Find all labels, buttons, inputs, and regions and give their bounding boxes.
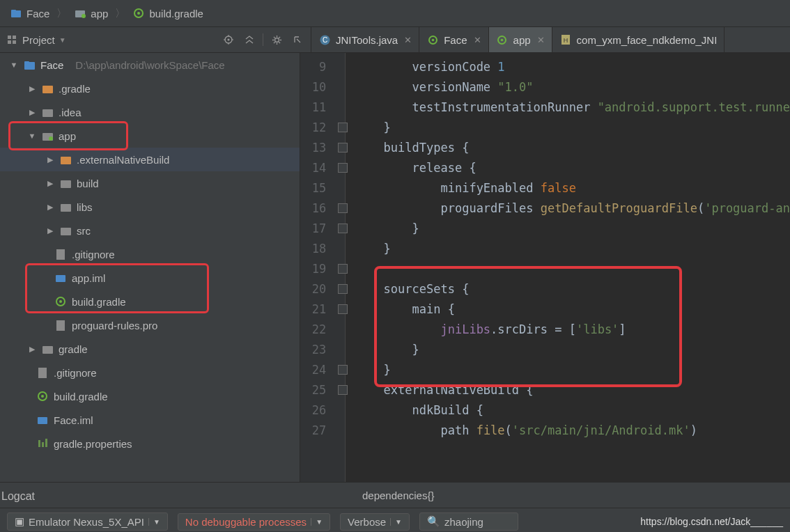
tree-label: proguard-rules.pro bbox=[72, 320, 157, 331]
tab-header-file[interactable]: H com_yxm_face_ndkdemo_JNI bbox=[552, 27, 725, 52]
expand-arrow-icon[interactable]: ▶ bbox=[28, 108, 36, 117]
tree-item[interactable]: ▶src bbox=[0, 219, 300, 242]
fold-marker-icon[interactable] bbox=[338, 123, 348, 132]
editor-tabs: C JNITools.java ✕ Face ✕ app ✕ H com_yxm… bbox=[311, 27, 790, 52]
fold-marker-icon[interactable] bbox=[338, 304, 348, 314]
fold-marker-icon[interactable] bbox=[338, 224, 348, 233]
svg-line-24 bbox=[279, 37, 280, 38]
project-tree[interactable]: ▼ Face D:\app\android\workSpace\Face ▶.g… bbox=[0, 53, 300, 482]
level-label: Verbose bbox=[348, 516, 386, 528]
project-tool-header: Project ▼ bbox=[0, 27, 311, 52]
expand-arrow-icon[interactable]: ▶ bbox=[28, 84, 36, 93]
process-selector[interactable]: No debuggable processes▼ bbox=[178, 513, 330, 531]
expand-arrow-icon[interactable]: ▶ bbox=[46, 155, 54, 164]
logcat-tab[interactable]: Logcat bbox=[1, 490, 35, 503]
tree-root[interactable]: ▼ Face D:\app\android\workSpace\Face bbox=[0, 53, 300, 77]
fold-marker-icon[interactable] bbox=[338, 385, 348, 395]
chevron-down-icon: ▼ bbox=[390, 518, 402, 526]
tab-face[interactable]: Face ✕ bbox=[419, 27, 488, 52]
module-icon bbox=[10, 7, 22, 19]
svg-point-38 bbox=[49, 136, 53, 141]
expand-arrow-icon[interactable]: ▶ bbox=[46, 226, 54, 235]
crumb-project[interactable]: Face bbox=[4, 7, 55, 19]
collapse-icon[interactable] bbox=[242, 32, 257, 47]
breadcrumb-bar: Face 〉 app 〉 build.gradle bbox=[0, 0, 790, 27]
tree-item[interactable]: build.gradle bbox=[0, 384, 300, 408]
tree-item[interactable]: .gitignore bbox=[0, 242, 300, 266]
fold-marker-icon[interactable] bbox=[338, 264, 348, 274]
tree-item[interactable]: ▶.externalNativeBuild bbox=[0, 148, 300, 171]
tree-item[interactable]: ▶.gradle bbox=[0, 77, 300, 100]
fold-marker-icon[interactable] bbox=[338, 163, 348, 173]
hide-icon[interactable] bbox=[290, 32, 305, 47]
fold-marker-icon[interactable] bbox=[338, 143, 348, 152]
gradle-icon bbox=[54, 295, 67, 308]
svg-rect-35 bbox=[42, 86, 53, 93]
tree-item[interactable]: ▶build bbox=[0, 171, 300, 195]
expand-arrow-icon[interactable]: ▼ bbox=[10, 61, 18, 69]
svg-rect-9 bbox=[13, 40, 16, 44]
svg-point-28 bbox=[431, 38, 434, 41]
tree-item[interactable]: ▶.idea bbox=[0, 100, 300, 124]
tree-label: .gradle bbox=[59, 83, 91, 95]
line-gutter: 9101112131415161718192021222324252627 bbox=[300, 53, 336, 482]
tree-item[interactable]: proguard-rules.pro bbox=[0, 313, 300, 337]
tab-app[interactable]: app ✕ bbox=[489, 27, 552, 52]
search-value: zhaojing bbox=[444, 516, 483, 528]
expand-arrow-icon[interactable]: ▼ bbox=[28, 132, 36, 140]
close-icon[interactable]: ✕ bbox=[403, 35, 412, 45]
expand-arrow-icon[interactable]: ▶ bbox=[46, 203, 54, 212]
gradle-icon bbox=[496, 33, 509, 46]
expand-arrow-icon[interactable]: ▶ bbox=[28, 345, 36, 354]
tree-item[interactable]: app.iml bbox=[0, 266, 300, 290]
tree-item[interactable]: Face.iml bbox=[0, 408, 300, 432]
svg-rect-53 bbox=[38, 440, 40, 447]
svg-rect-49 bbox=[38, 368, 47, 378]
tree-item[interactable]: ▶libs bbox=[0, 195, 300, 219]
properties-icon bbox=[36, 437, 49, 450]
tab-jnitools[interactable]: C JNITools.java ✕ bbox=[311, 27, 419, 52]
header-file-icon: H bbox=[559, 33, 572, 46]
locate-icon[interactable] bbox=[221, 32, 236, 47]
fold-marker-icon[interactable] bbox=[338, 284, 348, 294]
file-icon bbox=[54, 248, 67, 260]
close-icon[interactable]: ✕ bbox=[472, 35, 481, 45]
crumb-module[interactable]: app bbox=[68, 7, 114, 19]
code-editor[interactable]: 9101112131415161718192021222324252627 ve… bbox=[300, 53, 790, 482]
fold-marker-icon[interactable] bbox=[338, 365, 348, 375]
tree-item[interactable]: ▶gradle bbox=[0, 337, 300, 361]
gradle-icon bbox=[426, 33, 439, 46]
expand-arrow-icon[interactable]: ▶ bbox=[46, 179, 54, 188]
svg-rect-36 bbox=[42, 109, 53, 117]
fold-gutter[interactable] bbox=[336, 53, 345, 482]
svg-point-51 bbox=[41, 395, 44, 398]
bottom-toolbar: ▣Emulator Nexus_5X_API▼ No debuggable pr… bbox=[0, 508, 790, 532]
svg-text:C: C bbox=[322, 36, 327, 44]
device-selector[interactable]: ▣Emulator Nexus_5X_API▼ bbox=[7, 513, 168, 531]
svg-rect-44 bbox=[56, 275, 65, 282]
tree-item[interactable]: .gitignore bbox=[0, 361, 300, 384]
code-content[interactable]: versionCode 1 versionName "1.0" testInst… bbox=[346, 53, 790, 482]
editor-breadcrumb[interactable]: dependencies{} bbox=[0, 482, 790, 508]
gradle-icon bbox=[132, 7, 145, 19]
project-view-selector[interactable]: Project ▼ bbox=[6, 33, 66, 46]
tree-item-build-gradle[interactable]: build.gradle bbox=[0, 290, 300, 313]
gear-icon[interactable] bbox=[269, 32, 284, 47]
tree-item[interactable]: gradle.properties bbox=[0, 432, 300, 455]
crumb-label: Face bbox=[26, 8, 49, 19]
tree-label: .idea bbox=[59, 107, 82, 118]
process-label: No debuggable processes bbox=[185, 516, 307, 528]
crumb-file[interactable]: build.gradle bbox=[127, 7, 209, 19]
svg-line-22 bbox=[279, 42, 280, 43]
chevron-right-icon: 〉 bbox=[55, 7, 68, 20]
log-level-selector[interactable]: Verbose▼ bbox=[340, 513, 410, 531]
svg-rect-41 bbox=[61, 204, 71, 212]
folder-icon bbox=[59, 201, 72, 213]
svg-rect-43 bbox=[56, 249, 65, 260]
tree-label: src bbox=[77, 225, 91, 237]
log-search-input[interactable]: 🔍zhaojing bbox=[419, 513, 518, 531]
tree-item-app[interactable]: ▼app bbox=[0, 124, 300, 148]
close-icon[interactable]: ✕ bbox=[536, 35, 545, 45]
fold-marker-icon[interactable] bbox=[338, 203, 348, 213]
svg-point-11 bbox=[228, 39, 230, 41]
